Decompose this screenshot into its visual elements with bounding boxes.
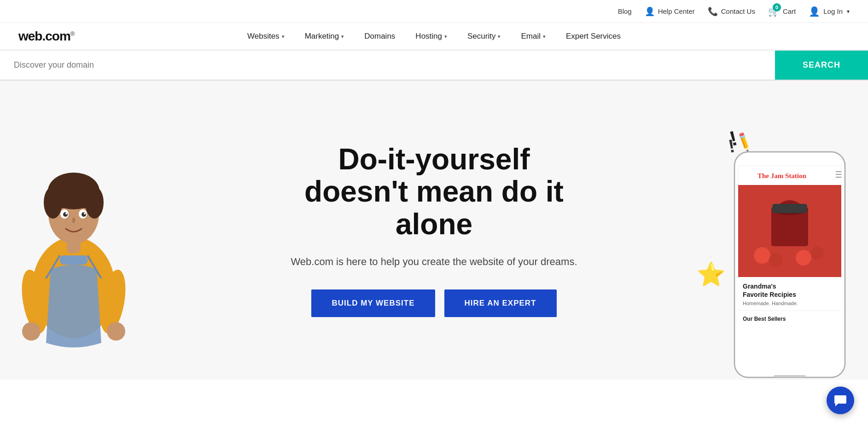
svg-point-35 [754, 247, 770, 264]
svg-point-16 [107, 322, 125, 341]
person-svg [5, 113, 143, 380]
contact-us-link[interactable]: 📞 Contact Us [708, 6, 755, 17]
nav-email-label: Email [521, 32, 541, 41]
svg-point-38 [811, 247, 824, 260]
nav-item-hosting[interactable]: Hosting ▾ [405, 23, 457, 50]
nav-item-domains[interactable]: Domains [354, 23, 405, 50]
user-icon: 👤 [809, 6, 820, 17]
hero-subtext: Web.com is here to help you create the w… [291, 254, 577, 269]
expert-button-label: HIRE AN EXPERT [465, 299, 536, 307]
svg-point-36 [769, 253, 783, 267]
svg-text:Grandma's: Grandma's [743, 283, 776, 290]
svg-point-6 [85, 186, 104, 219]
chevron-down-icon: ▾ [282, 34, 285, 40]
cart-badge: 0 [773, 3, 781, 12]
phone-svg: The Jam Station Grandma's Favorite [730, 150, 850, 380]
nav-item-marketing[interactable]: Marketing ▾ [295, 23, 355, 50]
svg-text:Favorite Recipies: Favorite Recipies [743, 291, 796, 298]
svg-point-12 [84, 213, 86, 214]
hero-heading: Do-it-yourself doesn't mean do it alone [291, 143, 577, 240]
chevron-down-icon: ▾ [341, 34, 344, 40]
search-button[interactable]: SEARCH [775, 51, 868, 80]
nav-item-security[interactable]: Security ▾ [457, 23, 511, 50]
search-input[interactable] [0, 51, 775, 80]
logo-sup: ® [70, 30, 75, 37]
nav-websites-label: Websites [247, 32, 280, 41]
svg-point-9 [63, 212, 68, 217]
help-center-link[interactable]: 👤 Help Center [645, 6, 695, 17]
hire-an-expert-button[interactable]: HIRE AN EXPERT [444, 289, 557, 317]
logo-area: web.com® [18, 29, 74, 44]
hero-section: Do-it-yourself doesn't mean do it alone … [0, 81, 868, 380]
help-center-label: Help Center [658, 7, 695, 15]
nav-hosting-label: Hosting [415, 32, 442, 41]
hero-heading-line3: alone [396, 208, 472, 241]
svg-point-37 [796, 250, 811, 266]
search-section: SEARCH [0, 51, 868, 81]
svg-text:Homemade. Handmade.: Homemade. Handmade. [743, 301, 798, 306]
hero-heading-line2: doesn't mean do it [304, 175, 564, 208]
nav-item-websites[interactable]: Websites ▾ [237, 23, 295, 50]
star-decoration: ⭐ [697, 261, 725, 288]
hero-heading-line1: Do-it-yourself [338, 143, 530, 176]
nav-security-label: Security [467, 32, 495, 41]
svg-point-11 [65, 213, 67, 214]
nav-domains-label: Domains [364, 32, 395, 41]
svg-text:The Jam Station: The Jam Station [757, 172, 807, 179]
hero-person-image [0, 104, 147, 380]
top-utility-bar: Blog 👤 Help Center 📞 Contact Us 🛒 0 Cart… [0, 0, 868, 23]
header: Blog 👤 Help Center 📞 Contact Us 🛒 0 Cart… [0, 0, 868, 81]
nav-item-expert-services[interactable]: Expert Services [556, 23, 631, 50]
svg-rect-34 [772, 204, 807, 213]
main-nav: web.com® Websites ▾ Marketing ▾ Domains … [0, 23, 868, 51]
chevron-down-icon: ▾ [498, 34, 501, 40]
svg-point-10 [82, 212, 86, 217]
nav-marketing-label: Marketing [305, 32, 339, 41]
svg-point-5 [44, 186, 62, 219]
build-button-label: BUILD MY WEBSITE [332, 299, 414, 307]
search-button-label: SEARCH [803, 60, 840, 69]
logo-text: web.com [18, 29, 70, 43]
hero-buttons: BUILD MY WEBSITE HIRE AN EXPERT [291, 289, 577, 317]
person-icon: 👤 [645, 6, 655, 17]
svg-rect-1 [60, 255, 87, 265]
hero-content: Do-it-yourself doesn't mean do it alone … [281, 116, 586, 345]
phone-icon: 📞 [708, 6, 718, 17]
login-label: Log In [823, 7, 843, 15]
login-caret-icon: ▾ [847, 8, 850, 15]
build-my-website-button[interactable]: BUILD MY WEBSITE [311, 289, 435, 317]
login-link[interactable]: 👤 Log In ▾ [809, 6, 850, 17]
nav-item-email[interactable]: Email ▾ [511, 23, 556, 50]
svg-text:Our Best Sellers: Our Best Sellers [743, 316, 786, 322]
cart-link[interactable]: 🛒 0 Cart [768, 6, 796, 17]
chevron-down-icon: ▾ [444, 34, 447, 40]
svg-rect-45 [774, 375, 806, 377]
contact-us-label: Contact Us [721, 7, 755, 15]
blog-link[interactable]: Blog [618, 7, 632, 15]
cart-label: Cart [783, 7, 796, 15]
svg-point-15 [22, 322, 41, 341]
phone-mockup: The Jam Station Grandma's Favorite [730, 150, 850, 380]
blog-label: Blog [618, 7, 632, 15]
site-logo[interactable]: web.com® [18, 29, 74, 43]
chevron-down-icon: ▾ [543, 34, 546, 40]
nav-expert-services-label: Expert Services [566, 32, 621, 41]
